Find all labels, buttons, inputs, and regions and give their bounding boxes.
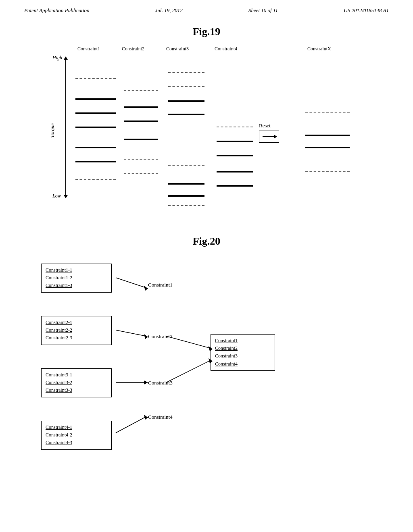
constraint4-arrow-label: Constraint4 — [148, 414, 173, 420]
bar-c2-6 — [124, 173, 158, 174]
col-header-cx: ConstraintX — [307, 46, 331, 52]
label-high: High — [52, 55, 62, 61]
c1-1-label: Constraint1-1 — [46, 266, 107, 274]
left-box-4: Constraint4-1 Constraint4-2 Constraint4-… — [41, 421, 112, 450]
right-c4: Constraint4 — [215, 360, 271, 368]
label-low: Low — [52, 193, 61, 199]
constraint3-arrow-label: Constraint3 — [148, 380, 173, 386]
bar-c1-5 — [75, 147, 116, 148]
svg-line-12 — [116, 417, 146, 433]
c3-1-label: Constraint3-1 — [46, 371, 107, 379]
bar-c3-2 — [168, 86, 204, 87]
left-box-2: Constraint2-1 Constraint2-2 Constraint2-… — [41, 316, 112, 345]
header-left: Patent Application Publication — [24, 7, 90, 14]
bar-c3-1 — [168, 72, 204, 73]
c2-2-label: Constraint2-2 — [46, 326, 107, 334]
svg-marker-9 — [144, 380, 148, 384]
constraint2-arrow-label: Constraint2 — [148, 333, 173, 340]
y-axis-bottom-arrow — [64, 195, 68, 198]
right-c3: Constraint3 — [215, 352, 271, 360]
header-right: US 2012/0185148 A1 — [344, 7, 389, 14]
header-middle: Jul. 19, 2012 — [155, 7, 183, 14]
c4-3-label: Constraint4-3 — [46, 439, 107, 447]
bar-c3-5 — [168, 165, 204, 166]
svg-line-2 — [116, 278, 146, 288]
c2-3-label: Constraint2-3 — [46, 334, 107, 342]
bar-c3-7 — [168, 195, 204, 197]
bar-c3-3 — [168, 100, 204, 102]
svg-marker-13 — [144, 415, 148, 420]
bar-c1-3 — [75, 112, 116, 114]
svg-marker-5 — [144, 334, 148, 339]
label-torque: Torque — [49, 123, 56, 138]
c4-1-label: Constraint4-1 — [46, 424, 107, 431]
bar-cx-3 — [305, 147, 350, 148]
col-header-c2: Constraint2 — [122, 46, 144, 52]
bar-c4-3 — [217, 155, 253, 156]
constraint1-arrow-label: Constraint1 — [148, 282, 173, 288]
bar-cx-2 — [305, 135, 350, 136]
fig19-title: Fig.19 — [24, 26, 389, 38]
bar-c4-2 — [217, 141, 253, 142]
fig20-section: Fig.20 Constraint1-1 Const — [0, 231, 413, 489]
bar-c1-2 — [75, 98, 116, 100]
c4-2-label: Constraint4-2 — [46, 431, 107, 439]
bar-c2-1 — [124, 90, 158, 91]
page-header: Patent Application Publication Jul. 19, … — [0, 0, 413, 18]
svg-line-10 — [166, 360, 211, 382]
bar-c1-7 — [75, 179, 116, 180]
y-axis — [65, 58, 66, 195]
svg-line-4 — [116, 330, 146, 336]
bar-c2-2 — [124, 106, 158, 108]
bar-c1-4 — [75, 127, 116, 128]
bar-c3-4 — [168, 114, 204, 115]
bar-c2-3 — [124, 121, 158, 122]
reset-arrow-icon — [261, 133, 277, 141]
c1-3-label: Constraint1-3 — [46, 282, 107, 289]
bar-c2-5 — [124, 159, 158, 160]
fig19-diagram: High Low Torque Constraint1 Constraint2 … — [41, 46, 372, 215]
fig20-diagram: Constraint1-1 Constraint1-2 Constraint1-… — [41, 256, 372, 473]
bar-cx-4 — [305, 171, 350, 172]
bar-c4-1 — [217, 127, 253, 127]
fig20-title: Fig.20 — [24, 235, 389, 247]
bar-c4-4 — [217, 171, 253, 172]
svg-marker-1 — [274, 135, 277, 139]
col-header-c1: Constraint1 — [77, 46, 100, 52]
bar-c4-5 — [217, 185, 253, 187]
y-axis-top-arrow — [64, 56, 68, 60]
c3-2-label: Constraint3-2 — [46, 379, 107, 387]
bar-c3-8 — [168, 205, 204, 206]
left-box-1: Constraint1-1 Constraint1-2 Constraint1-… — [41, 264, 112, 293]
svg-line-6 — [166, 336, 211, 348]
left-box-3: Constraint3-1 Constraint3-2 Constraint3-… — [41, 368, 112, 397]
right-c1: Constraint1 — [215, 337, 271, 345]
col-header-c4: Constraint4 — [215, 46, 237, 52]
bar-c3-6 — [168, 183, 204, 185]
bar-c1-6 — [75, 161, 116, 162]
fig19-section: Fig.19 High Low Torque Constraint1 Const… — [0, 18, 413, 231]
right-c2: Constraint2 — [215, 345, 271, 352]
svg-marker-3 — [144, 286, 148, 291]
right-box: Constraint1 Constraint2 Constraint3 Cons… — [211, 334, 275, 371]
bar-c1-1 — [75, 78, 116, 79]
col-header-c3: Constraint3 — [166, 46, 189, 52]
c1-2-label: Constraint1-2 — [46, 274, 107, 282]
c2-1-label: Constraint2-1 — [46, 319, 107, 326]
header-sheet: Sheet 10 of 11 — [248, 7, 278, 14]
reset-label: Reset — [259, 123, 271, 129]
bar-cx-1 — [305, 112, 350, 113]
reset-arrow-box — [259, 131, 279, 143]
c3-3-label: Constraint3-3 — [46, 387, 107, 394]
bar-c2-4 — [124, 139, 158, 140]
